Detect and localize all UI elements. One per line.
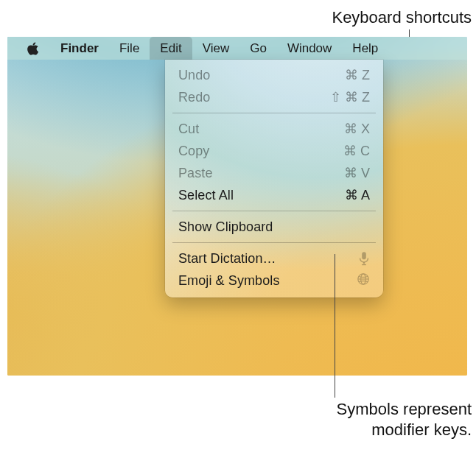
menu-item-label: Emoji & Symbols	[178, 273, 280, 289]
microphone-icon	[358, 251, 370, 266]
menu-item-emoji-symbols[interactable]: Emoji & Symbols	[165, 270, 383, 292]
menu-bar: Finder File Edit View Go Window Help	[7, 37, 467, 60]
menu-item-shortcut: ⇧ ⌘ Z	[330, 89, 371, 105]
menu-separator	[172, 113, 376, 113]
menu-help[interactable]: Help	[342, 37, 388, 60]
svg-rect-0	[362, 252, 366, 259]
menu-item-label: Cut	[178, 121, 199, 137]
callout-keyboard-shortcuts: Keyboard shortcuts	[221, 7, 472, 28]
menu-separator	[172, 242, 376, 243]
menu-item-label: Select All	[178, 188, 234, 203]
menu-item-copy[interactable]: Copy ⌘ C	[165, 140, 383, 162]
callout-leader-line	[335, 254, 335, 398]
menu-view[interactable]: View	[192, 37, 240, 60]
globe-icon	[357, 272, 370, 289]
menu-item-label: Show Clipboard	[178, 219, 273, 235]
menu-item-select-all[interactable]: Select All ⌘ A	[165, 184, 383, 206]
menu-separator	[172, 211, 376, 211]
menu-item-redo[interactable]: Redo ⇧ ⌘ Z	[165, 86, 383, 108]
menu-edit[interactable]: Edit	[150, 37, 192, 60]
menu-item-cut[interactable]: Cut ⌘ X	[165, 118, 383, 140]
menu-item-label: Paste	[178, 166, 213, 181]
desktop-stage: Finder File Edit View Go Window Help Und…	[7, 37, 467, 376]
menu-item-paste[interactable]: Paste ⌘ V	[165, 162, 383, 184]
menu-item-start-dictation[interactable]: Start Dictation…	[165, 247, 383, 270]
menu-app-name[interactable]: Finder	[50, 37, 109, 60]
menu-item-undo[interactable]: Undo ⌘ Z	[165, 64, 383, 86]
edit-menu-dropdown: Undo ⌘ Z Redo ⇧ ⌘ Z Cut ⌘ X Copy ⌘ C Pas…	[165, 60, 383, 297]
menu-item-shortcut: ⌘ C	[343, 143, 370, 159]
apple-menu[interactable]	[16, 37, 50, 60]
callout-modifier-keys: Symbols represent modifier keys.	[221, 399, 472, 440]
menu-item-label: Redo	[178, 90, 210, 105]
menu-go[interactable]: Go	[239, 37, 277, 60]
menu-item-label: Copy	[178, 144, 209, 159]
menu-item-shortcut: ⌘ Z	[345, 67, 370, 83]
apple-logo-icon	[27, 42, 40, 55]
menu-window[interactable]: Window	[277, 37, 342, 60]
menu-item-shortcut: ⌘ X	[344, 121, 370, 137]
menu-item-shortcut: ⌘ V	[344, 165, 370, 181]
menu-item-show-clipboard[interactable]: Show Clipboard	[165, 216, 383, 238]
menu-item-shortcut: ⌘ A	[345, 187, 370, 203]
menu-file[interactable]: File	[109, 37, 150, 60]
menu-item-label: Undo	[178, 68, 210, 83]
menu-item-label: Start Dictation…	[178, 251, 276, 267]
